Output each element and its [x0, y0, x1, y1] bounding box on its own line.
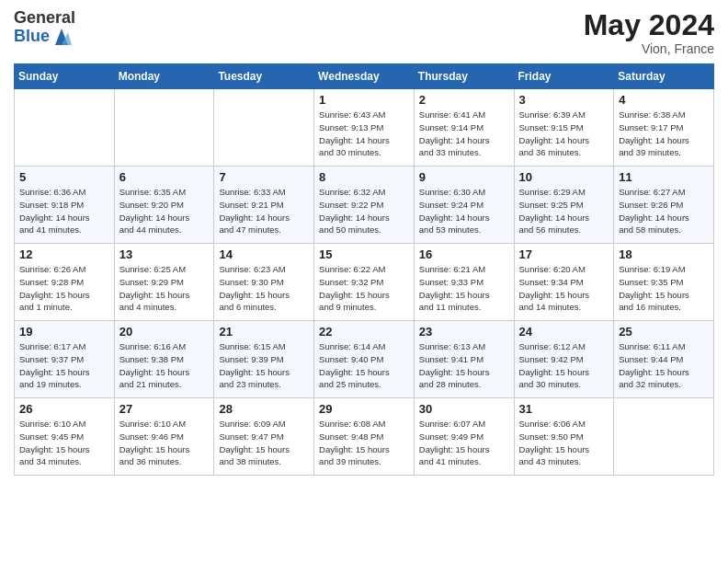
day-number: 22: [319, 325, 409, 339]
calendar-cell: 25Sunrise: 6:11 AM Sunset: 9:44 PM Dayli…: [614, 321, 714, 398]
col-wednesday: Wednesday: [314, 64, 415, 89]
day-number: 8: [319, 170, 409, 184]
calendar-cell: 26Sunrise: 6:10 AM Sunset: 9:45 PM Dayli…: [15, 398, 115, 476]
calendar-cell: 1Sunrise: 6:43 AM Sunset: 9:13 PM Daylig…: [314, 89, 415, 167]
calendar-week-4: 19Sunrise: 6:17 AM Sunset: 9:37 PM Dayli…: [15, 321, 714, 398]
calendar-table: Sunday Monday Tuesday Wednesday Thursday…: [14, 63, 714, 476]
calendar-cell: [15, 89, 115, 167]
calendar-cell: 7Sunrise: 6:33 AM Sunset: 9:21 PM Daylig…: [214, 167, 314, 244]
calendar-cell: 23Sunrise: 6:13 AM Sunset: 9:41 PM Dayli…: [414, 321, 514, 398]
calendar-week-5: 26Sunrise: 6:10 AM Sunset: 9:45 PM Dayli…: [15, 398, 714, 476]
cell-info: Sunrise: 6:14 AM Sunset: 9:40 PM Dayligh…: [319, 340, 409, 391]
day-number: 16: [419, 247, 509, 261]
cell-info: Sunrise: 6:09 AM Sunset: 9:47 PM Dayligh…: [219, 418, 309, 468]
cell-info: Sunrise: 6:22 AM Sunset: 9:32 PM Dayligh…: [319, 263, 409, 314]
day-number: 14: [219, 247, 309, 261]
page-header: General Blue May 2024 Vion, France: [14, 9, 714, 56]
calendar-cell: 31Sunrise: 6:06 AM Sunset: 9:50 PM Dayli…: [514, 398, 614, 476]
cell-info: Sunrise: 6:27 AM Sunset: 9:26 PM Dayligh…: [619, 186, 709, 236]
cell-info: Sunrise: 6:06 AM Sunset: 9:50 PM Dayligh…: [519, 418, 609, 468]
calendar-cell: 6Sunrise: 6:35 AM Sunset: 9:20 PM Daylig…: [114, 167, 214, 244]
day-number: 25: [619, 325, 709, 339]
day-number: 19: [19, 325, 109, 339]
calendar-cell: 15Sunrise: 6:22 AM Sunset: 9:32 PM Dayli…: [314, 244, 415, 321]
day-number: 10: [519, 170, 609, 184]
day-number: 17: [519, 247, 609, 261]
calendar-cell: 27Sunrise: 6:10 AM Sunset: 9:46 PM Dayli…: [114, 398, 214, 476]
cell-info: Sunrise: 6:11 AM Sunset: 9:44 PM Dayligh…: [619, 340, 709, 391]
calendar-cell: 2Sunrise: 6:41 AM Sunset: 9:14 PM Daylig…: [414, 89, 514, 167]
cell-info: Sunrise: 6:35 AM Sunset: 9:20 PM Dayligh…: [119, 186, 210, 236]
calendar-week-1: 1Sunrise: 6:43 AM Sunset: 9:13 PM Daylig…: [15, 89, 714, 167]
cell-info: Sunrise: 6:20 AM Sunset: 9:34 PM Dayligh…: [519, 263, 609, 314]
col-monday: Monday: [114, 64, 214, 89]
col-friday: Friday: [514, 64, 614, 89]
calendar-cell: 24Sunrise: 6:12 AM Sunset: 9:42 PM Dayli…: [514, 321, 614, 398]
day-number: 27: [119, 402, 210, 416]
col-sunday: Sunday: [15, 64, 115, 89]
header-row: Sunday Monday Tuesday Wednesday Thursday…: [15, 64, 714, 89]
day-number: 9: [419, 170, 509, 184]
calendar-cell: 22Sunrise: 6:14 AM Sunset: 9:40 PM Dayli…: [314, 321, 415, 398]
cell-info: Sunrise: 6:30 AM Sunset: 9:24 PM Dayligh…: [419, 186, 509, 236]
calendar-cell: 17Sunrise: 6:20 AM Sunset: 9:34 PM Dayli…: [514, 244, 614, 321]
cell-info: Sunrise: 6:43 AM Sunset: 9:13 PM Dayligh…: [319, 109, 409, 159]
day-number: 24: [519, 325, 609, 339]
calendar-cell: 11Sunrise: 6:27 AM Sunset: 9:26 PM Dayli…: [614, 167, 714, 244]
calendar-cell: 8Sunrise: 6:32 AM Sunset: 9:22 PM Daylig…: [314, 167, 415, 244]
cell-info: Sunrise: 6:33 AM Sunset: 9:21 PM Dayligh…: [219, 186, 309, 236]
calendar-cell: 12Sunrise: 6:26 AM Sunset: 9:28 PM Dayli…: [15, 244, 115, 321]
cell-info: Sunrise: 6:26 AM Sunset: 9:28 PM Dayligh…: [19, 263, 109, 314]
col-saturday: Saturday: [614, 64, 714, 89]
calendar-cell: [614, 398, 714, 476]
cell-info: Sunrise: 6:21 AM Sunset: 9:33 PM Dayligh…: [419, 263, 509, 314]
month-title: May 2024: [584, 9, 714, 41]
cell-info: Sunrise: 6:15 AM Sunset: 9:39 PM Dayligh…: [219, 340, 309, 391]
location-subtitle: Vion, France: [584, 41, 714, 56]
day-number: 11: [619, 170, 709, 184]
cell-info: Sunrise: 6:08 AM Sunset: 9:48 PM Dayligh…: [319, 418, 409, 468]
calendar-cell: 13Sunrise: 6:25 AM Sunset: 9:29 PM Dayli…: [114, 244, 214, 321]
calendar-cell: 3Sunrise: 6:39 AM Sunset: 9:15 PM Daylig…: [514, 89, 614, 167]
cell-info: Sunrise: 6:12 AM Sunset: 9:42 PM Dayligh…: [519, 340, 609, 391]
cell-info: Sunrise: 6:10 AM Sunset: 9:45 PM Dayligh…: [19, 418, 109, 468]
logo-general: General: [14, 9, 75, 28]
cell-info: Sunrise: 6:17 AM Sunset: 9:37 PM Dayligh…: [19, 340, 109, 391]
day-number: 1: [319, 93, 409, 107]
cell-info: Sunrise: 6:32 AM Sunset: 9:22 PM Dayligh…: [319, 186, 409, 236]
calendar-cell: 16Sunrise: 6:21 AM Sunset: 9:33 PM Dayli…: [414, 244, 514, 321]
day-number: 3: [519, 93, 609, 107]
col-tuesday: Tuesday: [214, 64, 314, 89]
calendar-cell: 20Sunrise: 6:16 AM Sunset: 9:38 PM Dayli…: [114, 321, 214, 398]
cell-info: Sunrise: 6:23 AM Sunset: 9:30 PM Dayligh…: [219, 263, 309, 314]
day-number: 21: [219, 325, 309, 339]
cell-info: Sunrise: 6:10 AM Sunset: 9:46 PM Dayligh…: [119, 418, 210, 468]
cell-info: Sunrise: 6:39 AM Sunset: 9:15 PM Dayligh…: [519, 109, 609, 159]
calendar-body: 1Sunrise: 6:43 AM Sunset: 9:13 PM Daylig…: [15, 89, 714, 476]
day-number: 26: [19, 402, 109, 416]
day-number: 6: [119, 170, 210, 184]
day-number: 20: [119, 325, 210, 339]
calendar-cell: 21Sunrise: 6:15 AM Sunset: 9:39 PM Dayli…: [214, 321, 314, 398]
calendar-cell: 19Sunrise: 6:17 AM Sunset: 9:37 PM Dayli…: [15, 321, 115, 398]
day-number: 31: [519, 402, 609, 416]
calendar-cell: 28Sunrise: 6:09 AM Sunset: 9:47 PM Dayli…: [214, 398, 314, 476]
cell-info: Sunrise: 6:13 AM Sunset: 9:41 PM Dayligh…: [419, 340, 509, 391]
calendar-cell: 5Sunrise: 6:36 AM Sunset: 9:18 PM Daylig…: [15, 167, 115, 244]
day-number: 30: [419, 402, 509, 416]
calendar-cell: 9Sunrise: 6:30 AM Sunset: 9:24 PM Daylig…: [414, 167, 514, 244]
cell-info: Sunrise: 6:19 AM Sunset: 9:35 PM Dayligh…: [619, 263, 709, 314]
calendar-cell: [114, 89, 214, 167]
cell-info: Sunrise: 6:29 AM Sunset: 9:25 PM Dayligh…: [519, 186, 609, 236]
day-number: 15: [319, 247, 409, 261]
day-number: 5: [19, 170, 109, 184]
calendar-cell: [214, 89, 314, 167]
cell-info: Sunrise: 6:25 AM Sunset: 9:29 PM Dayligh…: [119, 263, 210, 314]
day-number: 18: [619, 247, 709, 261]
cell-info: Sunrise: 6:16 AM Sunset: 9:38 PM Dayligh…: [119, 340, 210, 391]
day-number: 23: [419, 325, 509, 339]
calendar-cell: 30Sunrise: 6:07 AM Sunset: 9:49 PM Dayli…: [414, 398, 514, 476]
day-number: 13: [119, 247, 210, 261]
calendar-cell: 29Sunrise: 6:08 AM Sunset: 9:48 PM Dayli…: [314, 398, 415, 476]
calendar-cell: 14Sunrise: 6:23 AM Sunset: 9:30 PM Dayli…: [214, 244, 314, 321]
